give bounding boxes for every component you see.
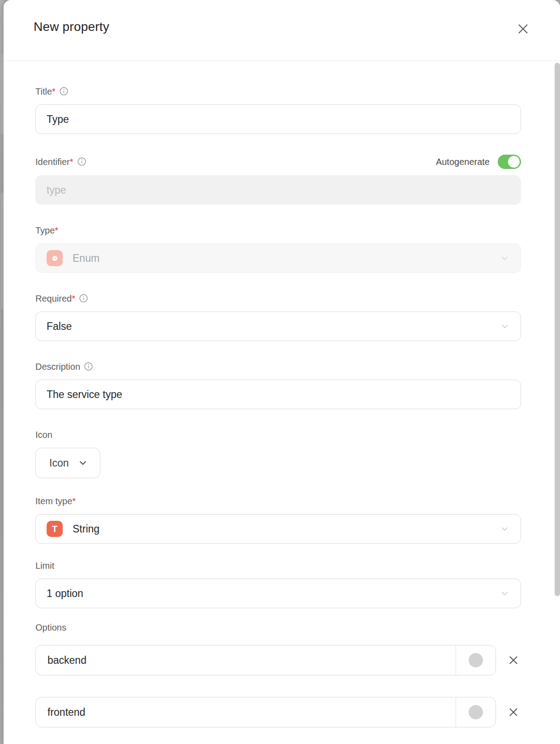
field-icon: Icon Icon <box>35 430 521 478</box>
description-input[interactable] <box>35 380 521 409</box>
title-label: Title* <box>35 87 68 96</box>
field-title: Title* <box>35 87 521 134</box>
option-input-group <box>35 645 496 675</box>
item-type-select-value: String <box>73 523 99 535</box>
title-input[interactable] <box>35 104 521 134</box>
info-icon[interactable] <box>79 294 88 303</box>
icon-label: Icon <box>35 430 52 440</box>
required-label: Required* <box>35 294 88 303</box>
info-icon[interactable] <box>78 157 86 166</box>
item-type-select[interactable]: T String <box>35 514 521 544</box>
limit-label: Limit <box>35 561 54 571</box>
required-asterisk: * <box>72 294 75 303</box>
option-value-input[interactable] <box>36 697 456 727</box>
remove-option-button[interactable] <box>506 653 521 668</box>
field-identifier: Identifier* Autogenerate <box>35 155 521 205</box>
field-type: Type* Enum <box>35 225 521 273</box>
close-button[interactable] <box>515 21 530 36</box>
autogenerate-toggle[interactable] <box>498 155 521 169</box>
string-type-icon: T <box>47 521 63 537</box>
required-asterisk: * <box>55 225 58 235</box>
remove-option-button[interactable] <box>506 705 521 720</box>
description-label: Description <box>35 362 93 372</box>
option-color-picker[interactable] <box>456 645 495 675</box>
chevron-down-icon <box>79 461 86 465</box>
color-swatch-circle <box>469 705 483 719</box>
info-icon[interactable] <box>84 362 93 371</box>
color-swatch-circle <box>469 653 483 667</box>
dialog-header: New property <box>4 0 560 61</box>
option-row <box>35 697 521 727</box>
option-input-group <box>35 697 496 727</box>
new-property-dialog: New property Title* Identifier* Autogene… <box>4 0 560 744</box>
identifier-input[interactable] <box>35 175 521 205</box>
close-icon <box>508 655 519 666</box>
required-asterisk: * <box>52 87 56 96</box>
chevron-down-icon <box>501 256 508 260</box>
required-select-value: False <box>47 320 72 333</box>
option-color-picker[interactable] <box>456 697 495 727</box>
limit-select-value: 1 option <box>47 588 83 600</box>
required-select[interactable]: False <box>35 311 521 341</box>
enum-type-icon <box>47 250 63 266</box>
icon-picker-button[interactable]: Icon <box>35 448 100 478</box>
chevron-down-icon <box>501 592 508 596</box>
field-options: Options <box>35 623 521 727</box>
type-select-value: Enum <box>73 252 99 264</box>
dialog-title: New property <box>34 20 109 34</box>
chevron-down-icon <box>501 324 508 329</box>
chevron-down-icon <box>501 527 508 531</box>
info-icon[interactable] <box>60 87 68 95</box>
field-required: Required* False <box>35 294 521 341</box>
options-label: Options <box>35 623 66 632</box>
required-asterisk: * <box>70 157 73 167</box>
item-type-label: Item type* <box>35 496 76 506</box>
dialog-body: Title* Identifier* Autogenerate Type* <box>4 61 560 727</box>
close-icon <box>508 707 519 718</box>
close-icon <box>517 23 529 35</box>
field-item-type: Item type* T String <box>35 496 521 544</box>
autogenerate-label: Autogenerate <box>436 157 490 167</box>
limit-select[interactable]: 1 option <box>35 579 521 608</box>
icon-picker-label: Icon <box>49 457 69 469</box>
toggle-knob <box>508 156 520 168</box>
field-description: Description <box>35 362 521 409</box>
type-select[interactable]: Enum <box>35 243 521 273</box>
required-asterisk: * <box>72 496 76 506</box>
option-row <box>35 645 521 675</box>
field-limit: Limit 1 option <box>35 561 521 608</box>
type-label: Type* <box>35 225 58 235</box>
option-value-input[interactable] <box>36 645 456 675</box>
identifier-label: Identifier* <box>35 157 86 167</box>
scrollbar[interactable] <box>555 63 560 596</box>
